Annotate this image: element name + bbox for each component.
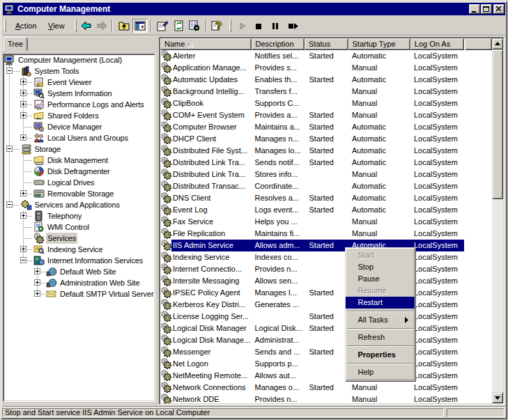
svg-text:?: ? bbox=[215, 20, 222, 31]
